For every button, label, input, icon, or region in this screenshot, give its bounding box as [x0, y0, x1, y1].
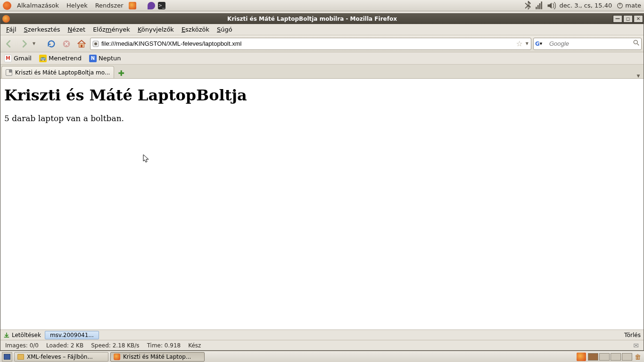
menu-view[interactable]: Nézet [64, 25, 89, 34]
firefox-icon [114, 354, 120, 360]
workspace-2[interactable] [599, 353, 610, 361]
bus-icon: 🚌 [39, 55, 47, 62]
search-bar[interactable]: G▼ [533, 38, 642, 50]
workspace-1[interactable] [588, 353, 598, 361]
menu-bookmarks[interactable]: Könyvjelzők [134, 25, 178, 34]
back-button[interactable] [2, 37, 16, 50]
download-item[interactable]: msv.2009041... [45, 331, 99, 339]
svg-rect-3 [541, 1, 542, 9]
downloads-clear[interactable]: Törlés [624, 332, 641, 338]
places-menu[interactable]: Helyek [63, 1, 91, 10]
bookmark-label: Neptun [99, 55, 121, 62]
bluetooth-tray-icon[interactable] [524, 1, 533, 10]
network-tray-icon[interactable] [535, 1, 545, 10]
status-bar: Images: 0/0 Loaded: 2 KB Speed: 2.18 KB/… [0, 340, 644, 350]
task-firefox[interactable]: Kriszti és Máté Laptop... [110, 352, 205, 362]
apps-menu[interactable]: Alkalmazások [13, 1, 63, 10]
menu-history[interactable]: Előzmények [89, 25, 134, 34]
neptun-icon: N [89, 55, 97, 62]
firefox-tray-icon[interactable] [577, 353, 586, 361]
mouse-cursor-icon [143, 154, 149, 164]
tab-favicon-icon [6, 69, 12, 76]
window-title: Kriszti és Máté LaptopBoltja mobilra - M… [12, 16, 612, 22]
bookmark-neptun[interactable]: N Neptun [88, 54, 122, 63]
search-go-icon[interactable] [633, 40, 640, 48]
firefox-toolbar: ▼ ☆ ▼ G▼ [0, 35, 644, 52]
close-button[interactable]: ✕ [634, 15, 643, 23]
tabs-overflow-button[interactable]: ▼ [634, 74, 643, 78]
svg-rect-1 [537, 5, 539, 9]
status-speed: Speed: 2.18 KB/s [91, 342, 139, 349]
firefox-icon [2, 15, 10, 23]
url-dropdown[interactable]: ▼ [525, 41, 529, 46]
url-input[interactable] [101, 40, 514, 47]
stop-button[interactable] [60, 37, 73, 50]
bookmark-star-icon[interactable]: ☆ [516, 39, 523, 48]
bookmark-label: Gmail [14, 55, 32, 62]
gnome-bottom-panel: XML-feleves – Fájlbön... Kriszti és Máté… [0, 351, 644, 362]
page-paragraph: 5 darab laptop van a boltban. [4, 114, 640, 123]
mail-status-icon[interactable]: ✉ [633, 342, 639, 349]
downloads-bar: Letöltések msv.2009041... Törlés [0, 329, 644, 340]
page-identity-icon[interactable] [92, 40, 99, 48]
minimize-button[interactable]: — [613, 15, 622, 23]
task-label: XML-feleves – Fájlbön... [27, 354, 93, 360]
svg-point-12 [94, 42, 97, 45]
bookmarks-toolbar: M Gmail 🚌 Menetrend N Neptun [0, 52, 644, 65]
menu-edit[interactable]: Szerkesztés [20, 25, 64, 34]
volume-tray-icon[interactable] [546, 1, 556, 10]
bookmark-gmail[interactable]: M Gmail [3, 54, 33, 63]
task-file-browser[interactable]: XML-feleves – Fájlbön... [14, 352, 108, 362]
firefox-window: Kriszti és Máté LaptopBoltja mobilra - M… [0, 13, 644, 351]
maximize-button[interactable]: ◻ [623, 15, 633, 23]
ubuntu-logo-icon[interactable] [3, 1, 11, 10]
svg-line-14 [637, 44, 639, 46]
tab-label: Kriszti és Máté LaptopBoltja mo... [15, 69, 110, 76]
user-menu[interactable]: mate [615, 2, 643, 9]
url-bar[interactable]: ☆ ▼ [90, 38, 531, 50]
tab-strip: Kriszti és Máté LaptopBoltja mo... ✚ ▼ [0, 65, 644, 79]
svg-rect-10 [81, 44, 83, 47]
svg-rect-0 [536, 7, 537, 9]
clock[interactable]: dec. 3., cs, 15.40 [557, 2, 615, 9]
menu-help[interactable]: Súgó [213, 25, 236, 34]
page-heading: Kriszti és Máté LaptopBoltja [4, 86, 640, 104]
search-input[interactable] [549, 40, 631, 47]
svg-rect-15 [4, 337, 9, 337]
status-time: Time: 0.918 [147, 342, 181, 349]
bookmark-menetrend[interactable]: 🚌 Menetrend [38, 54, 83, 63]
tab-active[interactable]: Kriszti és Máté LaptopBoltja mo... [1, 66, 114, 78]
window-titlebar[interactable]: Kriszti és Máté LaptopBoltja mobilra - M… [0, 14, 644, 24]
svg-rect-2 [539, 3, 540, 9]
workspace-4[interactable] [622, 353, 632, 361]
page-content: Kriszti és Máté LaptopBoltja 5 darab lap… [0, 79, 644, 329]
gmail-icon: M [4, 55, 12, 62]
home-button[interactable] [75, 37, 88, 50]
firefox-menubar: Fájl Szerkesztés Nézet Előzmények Könyvj… [0, 24, 644, 35]
status-images: Images: 0/0 [5, 342, 39, 349]
svg-point-13 [634, 40, 637, 44]
pidgin-launcher-icon[interactable] [148, 2, 155, 9]
gnome-top-panel: Alkalmazások Helyek Rendszer >_ dec. 3.,… [0, 0, 644, 11]
workspace-3[interactable] [611, 353, 621, 361]
task-label: Kriszti és Máté Laptop... [123, 354, 191, 360]
firefox-launcher-icon[interactable] [129, 2, 136, 9]
search-engine-button[interactable]: G▼ [535, 41, 547, 47]
menu-file[interactable]: Fájl [2, 25, 20, 34]
menu-tools[interactable]: Eszközök [178, 25, 213, 34]
show-desktop-button[interactable] [2, 352, 12, 362]
new-tab-button[interactable]: ✚ [115, 68, 127, 78]
downloads-label[interactable]: Letöltések [3, 332, 41, 338]
forward-button[interactable] [17, 37, 31, 50]
folder-icon [17, 354, 24, 360]
username-label: mate [625, 2, 641, 9]
reload-button[interactable] [45, 37, 58, 50]
system-menu[interactable]: Rendszer [91, 1, 127, 10]
status-loaded: Loaded: 2 KB [46, 342, 83, 349]
history-dropdown[interactable]: ▼ [33, 41, 37, 46]
trash-icon[interactable]: 🗑 [633, 353, 643, 361]
status-state: Kész [188, 342, 201, 349]
bookmark-label: Menetrend [49, 55, 82, 62]
terminal-launcher-icon[interactable]: >_ [158, 2, 165, 9]
